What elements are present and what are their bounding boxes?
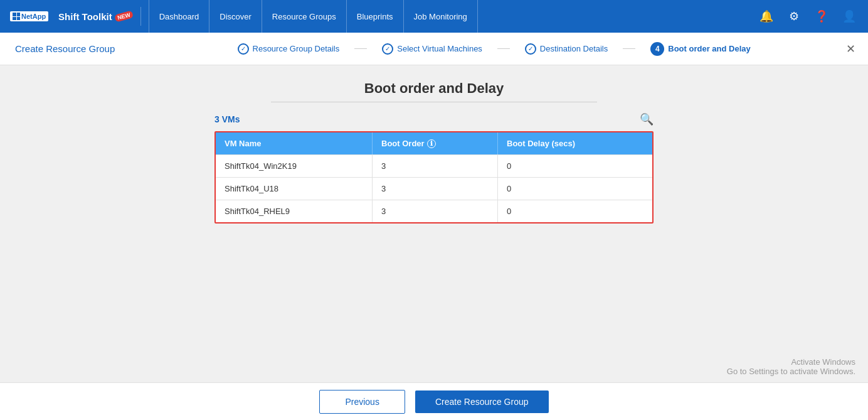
wizard-step-3: ✓ Destination Details — [525, 43, 608, 55]
th-boot-order: Boot Order ℹ — [373, 132, 498, 154]
boot-order-cell-3 — [373, 200, 498, 222]
nav-links: Dashboard Discover Resource Groups Bluep… — [149, 0, 758, 33]
nav-icons: 🔔 ⚙ ❓ 👤 — [758, 8, 858, 25]
page-title: Boot order and Delay — [364, 80, 504, 97]
boot-delay-input-2[interactable] — [507, 184, 643, 193]
activate-desc: Go to Settings to activate Windows. — [727, 367, 855, 376]
windows-activation: Activate Windows Go to Settings to activ… — [727, 357, 855, 376]
boot-delay-cell-3 — [498, 200, 652, 222]
settings-icon[interactable]: ⚙ — [785, 8, 803, 25]
activate-title: Activate Windows — [727, 357, 855, 367]
wizard-step-4: 4 Boot order and Delay — [650, 42, 750, 56]
boot-delay-input-1[interactable] — [507, 161, 643, 171]
vm-count-bar: 3 VMs 🔍 — [214, 112, 654, 126]
nav-blueprints[interactable]: Blueprints — [347, 0, 404, 33]
table-row: ShiftTk04_Win2K19 — [216, 154, 652, 177]
vm-name-1: ShiftTk04_Win2K19 — [216, 155, 373, 177]
wizard-title: Create Resource Group — [15, 43, 115, 54]
nav-dashboard[interactable]: Dashboard — [149, 0, 210, 33]
step-sep-1 — [354, 48, 367, 49]
netapp-logo: NetApp — [10, 11, 48, 21]
page-divider — [271, 102, 597, 102]
previous-button[interactable]: Previous — [319, 390, 405, 414]
boot-order-info-icon[interactable]: ℹ — [427, 139, 436, 148]
vm-table: VM Name Boot Order ℹ Boot Delay (secs) S… — [214, 131, 654, 223]
th-boot-order-content: Boot Order ℹ — [381, 139, 489, 148]
search-icon[interactable]: 🔍 — [640, 112, 654, 126]
nav-resource-groups[interactable]: Resource Groups — [262, 0, 347, 33]
boot-delay-input-3[interactable] — [507, 207, 643, 216]
step-label-1: Resource Group Details — [253, 44, 340, 53]
boot-delay-cell-1 — [498, 155, 652, 177]
step-label-4: Boot order and Delay — [668, 44, 750, 53]
top-navigation: NetApp Shift Toolkit NEW Dashboard Disco… — [0, 0, 868, 33]
vm-name-2: ShiftTk04_U18 — [216, 178, 373, 200]
table-row: ShiftTk04_RHEL9 — [216, 200, 652, 222]
create-resource-group-button[interactable]: Create Resource Group — [415, 390, 549, 413]
close-button[interactable]: ✕ — [846, 42, 855, 56]
table-row: ShiftTk04_U18 — [216, 177, 652, 200]
grid-icon — [13, 13, 20, 20]
notification-icon[interactable]: 🔔 — [758, 8, 775, 25]
step-number-4: 4 — [650, 42, 664, 56]
boot-order-cell-2 — [373, 178, 498, 200]
help-icon[interactable]: ❓ — [813, 8, 830, 25]
step-label-2: Select Virtual Machines — [397, 44, 482, 53]
wizard-step-2: ✓ Select Virtual Machines — [382, 43, 482, 55]
vm-name-3: ShiftTk04_RHEL9 — [216, 200, 373, 222]
wizard-header: Create Resource Group ✓ Resource Group D… — [0, 33, 868, 65]
boot-order-cell-1 — [373, 155, 498, 177]
logo-box: NetApp — [10, 11, 48, 21]
user-icon[interactable]: 👤 — [840, 8, 858, 25]
boot-order-input-2[interactable] — [381, 184, 489, 193]
wizard-step-1: ✓ Resource Group Details — [238, 43, 340, 55]
step-check-3: ✓ — [525, 43, 536, 55]
brand-name: Shift Toolkit NEW — [58, 11, 133, 22]
nav-discover[interactable]: Discover — [209, 0, 262, 33]
boot-delay-cell-2 — [498, 178, 652, 200]
step-sep-2 — [497, 48, 510, 49]
step-sep-3 — [623, 48, 635, 49]
th-boot-delay: Boot Delay (secs) — [498, 132, 652, 154]
new-badge: NEW — [114, 10, 134, 22]
step-check-2: ✓ — [382, 43, 393, 55]
vm-count: 3 VMs — [214, 114, 240, 124]
table-header: VM Name Boot Order ℹ Boot Delay (secs) — [216, 132, 652, 154]
step-check-1: ✓ — [238, 43, 249, 55]
nav-job-monitoring[interactable]: Job Monitoring — [404, 0, 478, 33]
step-label-3: Destination Details — [540, 44, 608, 53]
boot-order-input-3[interactable] — [381, 207, 489, 216]
footer: Previous Create Resource Group — [0, 382, 868, 420]
logo-text: NetApp — [21, 13, 46, 20]
wizard-steps: ✓ Resource Group Details ✓ Select Virtua… — [135, 42, 853, 56]
nav-divider — [140, 7, 141, 26]
th-vm-name: VM Name — [216, 132, 373, 154]
boot-order-input-1[interactable] — [381, 161, 489, 171]
